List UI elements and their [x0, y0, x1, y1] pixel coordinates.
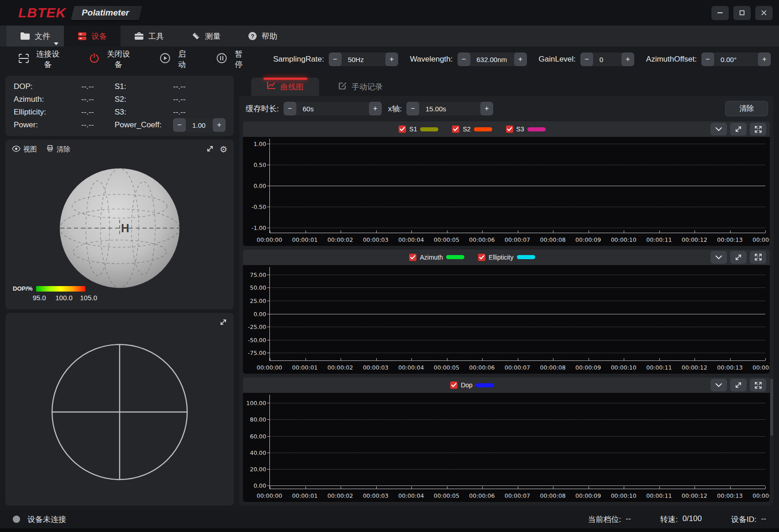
decrement-button[interactable]: −	[580, 52, 593, 66]
azimuth-offset-stepper: AzimuthOffset: − 0.00° +	[646, 52, 771, 66]
svg-text:?: ?	[251, 33, 254, 40]
fullscreen-chart-button[interactable]	[750, 251, 766, 264]
close-device-button[interactable]: 关闭设备	[89, 49, 132, 70]
maximize-button[interactable]	[733, 6, 751, 20]
increment-button[interactable]: +	[514, 52, 527, 66]
expand-chart-button[interactable]	[730, 379, 747, 391]
close-button[interactable]	[755, 6, 773, 20]
expand-chart-button[interactable]	[730, 251, 747, 264]
stepper-value[interactable]: 0.00°	[714, 52, 758, 66]
menubar: 文件 设备 工具 测量 ? 帮助	[0, 26, 779, 47]
readout-row: S3: --.--	[115, 106, 226, 119]
increment-button[interactable]: +	[213, 118, 226, 132]
menu-item-help[interactable]: ? 帮助	[234, 26, 291, 47]
menu-item-measure[interactable]: 测量	[178, 26, 234, 47]
dop-scale-tick: 105.0	[80, 294, 97, 302]
series-checkbox[interactable]	[478, 254, 485, 261]
increment-button[interactable]: +	[369, 102, 382, 115]
tab-active-indicator	[263, 78, 307, 80]
y-axis-tick-label: 1.00	[253, 141, 266, 147]
x-axis-tick-label: 00:00:06	[469, 364, 495, 371]
collapse-chart-button[interactable]	[711, 123, 727, 136]
clear-charts-button[interactable]: 清除	[725, 101, 768, 116]
chart-header: Dop	[243, 377, 770, 393]
pause-button[interactable]: 暂停	[216, 49, 245, 70]
chart-card-2: Azimuth Ellipticity 75.0050.0025.000.00-…	[243, 250, 770, 374]
increment-button[interactable]: +	[621, 52, 634, 66]
stepper-label: Wavelength:	[410, 55, 453, 64]
stepper: − 50Hz +	[329, 52, 398, 66]
chart-card-1: S1 S2 S3 1.000.500.00-0.50-1.00 00:00:00…	[243, 121, 770, 246]
expand-ellipse-button[interactable]	[219, 318, 227, 328]
x-axis-tick-label: 00:00:11	[646, 492, 672, 499]
expand-chart-button[interactable]	[730, 123, 747, 136]
series-name: Ellipticity	[489, 254, 513, 261]
increment-button[interactable]: +	[480, 102, 493, 115]
chart-plot-area[interactable]: 75.0050.0025.000.00-25.00-50.00-75.00	[243, 265, 770, 363]
stepper: − 15.00s +	[406, 102, 493, 115]
decrement-button[interactable]: −	[406, 102, 419, 115]
decrement-button[interactable]: −	[173, 118, 186, 132]
ruler-icon	[191, 31, 200, 41]
chart-x-axis-labels: 00:00:0000:00:0100:00:0200:00:0300:00:04…	[243, 363, 770, 374]
minimize-button[interactable]	[711, 6, 729, 20]
manual-record-icon	[338, 82, 347, 90]
chevron-down-icon	[715, 383, 722, 387]
chart-legend: S1 S2 S3	[243, 125, 701, 133]
series-checkbox[interactable]	[399, 125, 406, 133]
charts-scrollbar[interactable]	[770, 379, 773, 436]
series-checkbox[interactable]	[450, 381, 458, 389]
view-button[interactable]: 视图	[12, 145, 37, 154]
stepper-value[interactable]: 1.00	[186, 118, 213, 132]
menu-item-tools[interactable]: 工具	[121, 26, 178, 47]
increment-button[interactable]: +	[758, 52, 771, 66]
x-axis-tick-label: 00:00:09	[575, 364, 601, 371]
tab-manual-record[interactable]: 手动记录	[323, 78, 398, 96]
stepper-value[interactable]: 60s	[296, 102, 369, 115]
decrement-button[interactable]: −	[458, 52, 470, 66]
check-icon	[451, 383, 457, 387]
series-checkbox[interactable]	[409, 254, 416, 261]
increment-button[interactable]: +	[385, 52, 398, 66]
chart-plot-area[interactable]: 100.0080.0060.0040.0020.000.00	[243, 393, 770, 491]
clear-sphere-button[interactable]: 清除	[46, 145, 70, 154]
fullscreen-chart-button[interactable]	[750, 123, 766, 136]
menu-item-file[interactable]: 文件	[6, 26, 64, 47]
collapse-chart-button[interactable]	[711, 379, 727, 391]
x-axis-tick-label: 00:00:14	[753, 364, 770, 371]
stepper-value[interactable]: 0	[593, 52, 621, 66]
x-axis-tick-label: 00:00:10	[611, 364, 637, 371]
start-button[interactable]: 启动	[160, 49, 188, 70]
legend-item: S1	[399, 125, 438, 133]
x-axis-tick-label: 00:00:14	[753, 236, 770, 243]
poincare-sphere[interactable]: H	[57, 165, 183, 293]
x-axis-tick-label: 00:00:11	[646, 364, 672, 371]
connect-device-button[interactable]: 连接设备	[18, 49, 61, 70]
legend-item: S3	[506, 125, 546, 133]
x-axis-tick-label: 00:00:04	[398, 364, 424, 371]
sphere-settings-button[interactable]: ⚙	[220, 145, 227, 154]
stepper-value[interactable]: 50Hz	[342, 52, 385, 66]
stepper-value[interactable]: 15.00s	[419, 102, 480, 115]
chart-plot-area[interactable]: 1.000.500.00-0.50-1.00	[243, 137, 770, 235]
decrement-button[interactable]: −	[284, 102, 296, 115]
decrement-button[interactable]: −	[701, 52, 714, 66]
stepper-value[interactable]: 632.00nm	[470, 52, 514, 66]
collapse-chart-button[interactable]	[711, 251, 727, 264]
x-axis-tick-label: 00:00:10	[611, 236, 637, 243]
menu-item-device[interactable]: 设备	[64, 26, 121, 47]
decrement-button[interactable]: −	[329, 52, 342, 66]
y-axis-tick-label: 25.00	[250, 297, 266, 304]
expand-sphere-button[interactable]	[206, 145, 214, 154]
x-axis-tick-label: 00:00:03	[363, 236, 389, 243]
fullscreen-chart-button[interactable]	[750, 379, 766, 391]
y-axis-tick-label: 0.00	[253, 482, 266, 489]
series-checkbox[interactable]	[506, 125, 513, 133]
titlebar: LBTEK Polatimeter	[0, 0, 779, 26]
expand-icon	[734, 125, 742, 133]
buffer-duration-stepper: 缓存时长: − 60s +	[246, 102, 382, 115]
tab-curve[interactable]: 曲线图	[251, 78, 319, 96]
readout-label: Power:	[14, 120, 81, 130]
readout-value: --.--	[173, 95, 185, 104]
series-checkbox[interactable]	[452, 125, 459, 133]
